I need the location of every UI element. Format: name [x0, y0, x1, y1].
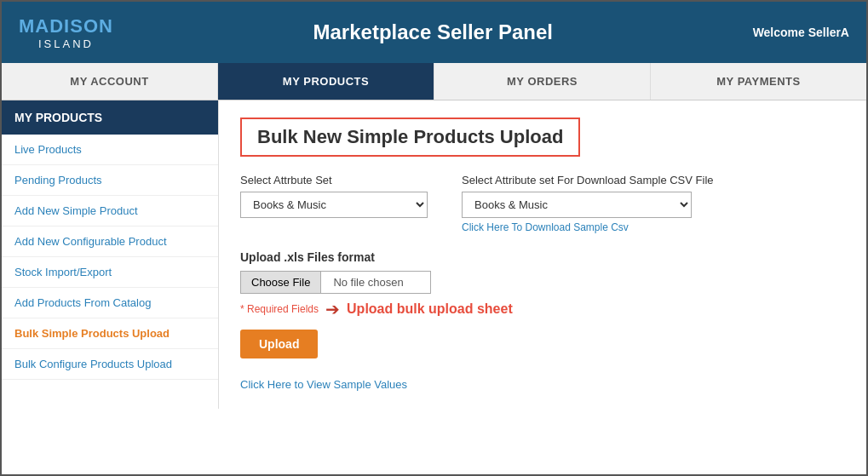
red-arrow-icon: ➔: [325, 299, 340, 319]
sidebar-header: MY PRODUCTS: [2, 100, 218, 135]
page-title: Bulk New Simple Products Upload: [257, 126, 563, 147]
nav-tabs: MY ACCOUNT MY PRODUCTS MY ORDERS MY PAYM…: [2, 63, 866, 100]
sidebar: MY PRODUCTS Live Products Pending Produc…: [2, 100, 219, 409]
logo: MADISON ISLAND: [19, 15, 113, 50]
arrow-hint-row: * Required Fields ➔ Upload bulk upload s…: [240, 299, 845, 319]
upload-label: Upload .xls Files format: [240, 250, 845, 264]
sidebar-item-pending-products[interactable]: Pending Products: [2, 165, 218, 196]
header-welcome: Welcome SellerA: [753, 26, 849, 39]
main-area: MY PRODUCTS Live Products Pending Produc…: [2, 100, 866, 409]
file-upload-row: Choose File No file chosen: [240, 271, 845, 294]
sample-link-row: Click Here to View Sample Values: [240, 376, 845, 392]
sidebar-item-add-products-catalog[interactable]: Add Products From Catalog: [2, 288, 218, 318]
attribute-set-select[interactable]: Books & Music Electronics Clothing Home …: [240, 192, 428, 218]
sidebar-item-add-new-configurable[interactable]: Add New Configurable Product: [2, 227, 218, 257]
tab-my-orders[interactable]: MY ORDERS: [434, 63, 651, 100]
sample-values-link[interactable]: Click Here to View Sample Values: [240, 378, 407, 391]
header: MADISON ISLAND Marketplace Seller Panel …: [2, 2, 866, 63]
attribute-set-group: Select Attrbute Set Books & Music Electr…: [240, 174, 428, 218]
choose-file-button[interactable]: Choose File: [240, 271, 320, 294]
logo-island: ISLAND: [38, 37, 94, 50]
content-area: Bulk New Simple Products Upload Select A…: [219, 100, 866, 409]
upload-button-row: Upload: [240, 330, 845, 371]
no-file-text: No file chosen: [320, 271, 431, 294]
download-csv-link[interactable]: Click Here To Download Sample Csv: [462, 221, 714, 233]
download-label: Select Attribute set For Download Sample…: [462, 174, 714, 186]
sidebar-item-stock-import-export[interactable]: Stock Import/Export: [2, 257, 218, 288]
tab-my-account[interactable]: MY ACCOUNT: [2, 63, 218, 100]
download-attribute-select[interactable]: Books & Music Electronics Clothing Home …: [462, 192, 692, 218]
upload-section: Upload .xls Files format Choose File No …: [240, 250, 845, 319]
sidebar-item-bulk-simple-upload[interactable]: Bulk Simple Products Upload: [2, 318, 218, 349]
download-attribute-group: Select Attribute set For Download Sample…: [462, 174, 714, 233]
required-text: * Required Fields: [240, 303, 319, 315]
form-row: Select Attrbute Set Books & Music Electr…: [240, 174, 845, 233]
arrow-hint-text: Upload bulk upload sheet: [347, 301, 513, 317]
tab-my-payments[interactable]: MY PAYMENTS: [651, 63, 866, 100]
tab-my-products[interactable]: MY PRODUCTS: [218, 63, 434, 100]
sidebar-item-bulk-configure-upload[interactable]: Bulk Configure Products Upload: [2, 349, 218, 380]
header-title: Marketplace Seller Panel: [313, 20, 553, 44]
page-title-box: Bulk New Simple Products Upload: [240, 118, 580, 157]
upload-button[interactable]: Upload: [240, 330, 318, 358]
sidebar-item-live-products[interactable]: Live Products: [2, 135, 218, 165]
sidebar-item-add-new-simple[interactable]: Add New Simple Product: [2, 196, 218, 227]
logo-madison: MADISON: [19, 15, 113, 37]
attribute-set-label: Select Attrbute Set: [240, 174, 428, 186]
